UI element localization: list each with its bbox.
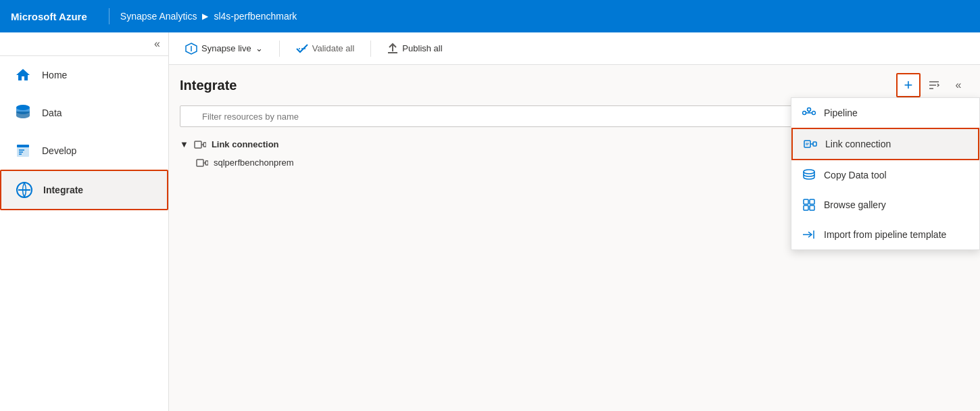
main-layout: « Home Data	[0, 32, 980, 411]
svg-rect-34	[804, 199, 808, 204]
svg-rect-2	[17, 145, 29, 147]
dropdown-import-template-label: Import from pipeline template	[824, 229, 946, 240]
add-new-dropdown: Pipeline Link connection	[791, 97, 980, 250]
collapse-panel-button[interactable]: «	[948, 74, 969, 96]
svg-rect-17	[195, 141, 201, 148]
home-icon	[14, 66, 32, 84]
integrate-actions: + «	[896, 73, 969, 97]
dropdown-item-copy-data-tool[interactable]: Copy Data tool	[791, 160, 979, 190]
svg-point-23	[803, 112, 806, 115]
integrate-icon	[15, 180, 34, 199]
pipeline-icon	[802, 106, 816, 120]
sidebar-home-label: Home	[42, 70, 67, 80]
toolbar-divider-2	[370, 41, 371, 57]
sidebar: « Home Data	[0, 32, 169, 411]
breadcrumb-chevron: ▶	[202, 11, 208, 21]
dropdown-item-link-connection[interactable]: Link connection	[791, 128, 979, 160]
dropdown-link-connection-label: Link connection	[825, 139, 891, 149]
sort-icon	[928, 80, 940, 91]
synapse-icon	[185, 43, 197, 55]
svg-rect-19	[203, 143, 206, 147]
dropdown-item-pipeline[interactable]: Pipeline	[791, 98, 979, 128]
toolbar-divider-1	[279, 41, 280, 57]
header: Microsoft Azure Synapse Analytics ▶ sl4s…	[0, 0, 980, 32]
dropdown-item-import-template[interactable]: Import from pipeline template	[791, 220, 979, 249]
sidebar-data-label: Data	[42, 107, 62, 118]
synapse-live-label: Synapse live	[201, 43, 251, 53]
import-template-icon	[802, 228, 816, 241]
svg-rect-36	[804, 206, 808, 210]
sidebar-collapse-area: «	[0, 32, 168, 56]
sidebar-integrate-label: Integrate	[43, 185, 83, 195]
svg-point-33	[804, 170, 814, 174]
publish-all-button[interactable]: Publish all	[382, 40, 447, 57]
svg-rect-30	[813, 142, 816, 146]
brand-label: Microsoft Azure	[11, 11, 98, 22]
sidebar-item-home[interactable]: Home	[0, 56, 168, 94]
dropdown-pipeline-label: Pipeline	[824, 107, 858, 118]
svg-rect-28	[804, 141, 810, 147]
dropdown-item-browse-gallery[interactable]: Browse gallery	[791, 190, 979, 220]
svg-rect-11	[388, 52, 397, 53]
breadcrumb: Synapse Analytics ▶ sl4s-perfbenchmark	[120, 11, 297, 22]
dropdown-browse-gallery-label: Browse gallery	[824, 199, 886, 210]
sidebar-develop-label: Develop	[42, 145, 76, 156]
publish-icon	[387, 43, 398, 55]
browse-gallery-icon	[802, 198, 816, 212]
toolbar: Synapse live ⌄ Validate all Publish all	[169, 32, 980, 65]
svg-rect-37	[810, 206, 814, 210]
develop-icon	[14, 141, 32, 160]
sort-button[interactable]	[923, 74, 945, 96]
tree-item-icon	[196, 158, 208, 168]
svg-point-26	[808, 108, 811, 112]
publish-all-label: Publish all	[402, 43, 442, 53]
data-icon	[14, 103, 32, 122]
dropdown-copy-data-label: Copy Data tool	[824, 170, 887, 180]
validate-all-label: Validate all	[312, 43, 355, 53]
tree-section-label: Link connection	[212, 139, 279, 149]
validate-all-button[interactable]: Validate all	[291, 41, 360, 56]
link-connection-icon	[804, 137, 817, 151]
tree-collapse-arrow: ▼	[180, 139, 189, 149]
breadcrumb-workspace: sl4s-perfbenchmark	[214, 11, 297, 22]
synapse-live-selector[interactable]: Synapse live ⌄	[180, 40, 268, 57]
sidebar-collapse-button[interactable]: «	[154, 38, 160, 50]
validate-icon	[296, 44, 308, 53]
link-connection-tree-icon	[194, 140, 206, 149]
sidebar-item-data[interactable]: Data	[0, 94, 168, 132]
tree-item-label: sqlperfbenchonprem	[214, 158, 294, 168]
svg-rect-35	[810, 199, 814, 204]
copy-data-icon	[802, 168, 816, 182]
integrate-title: Integrate	[180, 78, 237, 93]
synapse-live-chevron: ⌄	[255, 43, 263, 53]
svg-rect-22	[205, 161, 208, 165]
add-new-button[interactable]: +	[896, 73, 921, 97]
svg-point-24	[812, 112, 816, 115]
breadcrumb-service: Synapse Analytics	[120, 11, 197, 22]
sidebar-item-develop[interactable]: Develop	[0, 132, 168, 170]
svg-rect-20	[197, 160, 203, 166]
header-divider	[109, 8, 109, 24]
content-area: Synapse live ⌄ Validate all Publish all	[169, 32, 980, 411]
sidebar-item-integrate[interactable]: Integrate	[0, 170, 168, 210]
integrate-panel: Integrate + «	[169, 65, 980, 411]
